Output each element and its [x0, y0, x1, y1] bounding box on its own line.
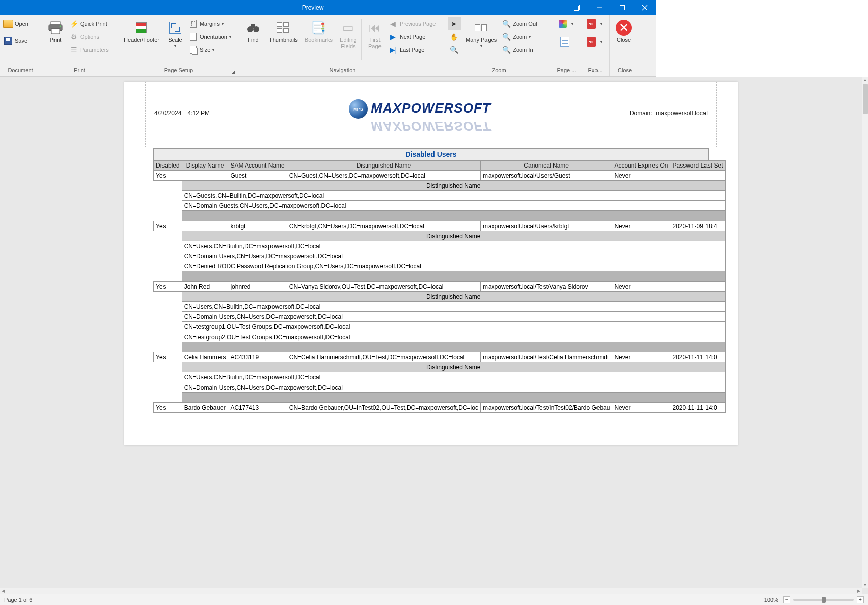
scale-label: Scale [168, 37, 182, 43]
open-button[interactable]: Open [2, 17, 39, 30]
cell-canonical: maxpowersoft.local/Test/InTest02/Bardo G… [480, 403, 612, 413]
pointer-tool-button[interactable]: ➤ [448, 17, 461, 30]
parameters-button: ☰Parameters [68, 43, 113, 57]
table-subheader-row: Distinguished Name [154, 231, 657, 241]
find-label: Find [248, 37, 258, 43]
window-close-icon[interactable] [633, 0, 656, 15]
cell-display-name [182, 221, 228, 231]
col-canonical: Canonical Name [480, 161, 612, 171]
dropdown-arrow-icon: ▾ [222, 22, 224, 26]
hand-tool-button[interactable]: ✋ [448, 30, 461, 43]
zoom-out-button[interactable]: 🔍Zoom Out [500, 17, 541, 30]
print-label: Print [50, 37, 62, 43]
print-options-button: ⚙Options [68, 30, 113, 43]
cell-disabled: Yes [154, 171, 182, 181]
scale-button[interactable]: Scale ▾ [163, 17, 187, 50]
last-page-button[interactable]: ▶|Last Page [387, 43, 440, 57]
col-display-name: Display Name [182, 161, 228, 171]
cell-member-dn: CN=testgroup2,OU=Test Groups,DC=maxpower… [182, 332, 656, 342]
cell-disabled: Yes [154, 403, 182, 413]
many-pages-button[interactable]: Many Pages▾ [462, 17, 500, 50]
printer-icon [47, 20, 64, 36]
window-restore-down-icon[interactable] [565, 0, 588, 15]
page-size-icon [189, 45, 198, 54]
cell-expires: Never [612, 403, 656, 413]
print-button[interactable]: Print [43, 17, 68, 45]
page-setup-launcher-icon[interactable]: ◢ [232, 69, 238, 75]
margins-button[interactable]: Margins▾ [187, 17, 235, 30]
page-container[interactable]: 4/20/20244:12 PM MAXPOWERSOFT MAXPOWERSO… [0, 77, 656, 457]
margins-icon [189, 19, 198, 28]
dropdown-arrow-icon: ▾ [600, 40, 602, 44]
pointer-icon: ➤ [450, 19, 457, 28]
svg-rect-3 [620, 6, 624, 10]
window-maximize-icon[interactable] [611, 0, 633, 15]
table-row: YesJohn RedjohnredCN=Vanya Sidorov,OU=Te… [154, 282, 657, 292]
cell-canonical: maxpowersoft.local/Test/Vanya Sidorov [480, 282, 612, 292]
page-color-button[interactable]: ▾ [557, 17, 577, 30]
zoom-button[interactable]: 🔍Zoom▾ [500, 30, 541, 43]
report-title: Disabled Users [153, 148, 656, 160]
cell-disabled: Yes [154, 352, 182, 362]
watermark-button[interactable] [559, 35, 575, 48]
ribbon-group-page-setup: Header/Footer Scale ▾ Margins▾ Orientati… [118, 15, 239, 76]
close-label: Close [617, 37, 631, 43]
page-header: 4/20/20244:12 PM MAXPOWERSOFT MAXPOWERSO… [154, 109, 656, 142]
table-member-row: CN=Users,CN=Builtin,DC=maxpowersoft,DC=l… [154, 241, 657, 251]
orientation-button[interactable]: Orientation▾ [187, 30, 235, 43]
report-table: DisabledDisplay NameSAM Account NameDist… [153, 160, 656, 413]
margins-label: Margins [200, 21, 220, 27]
find-button[interactable]: Find [241, 17, 265, 45]
thumbnails-button[interactable]: Thumbnails [265, 17, 301, 45]
bookmarks-button: 📑Bookmarks [301, 17, 336, 45]
cell-canonical: maxpowersoft.local/Users/Guest [480, 171, 612, 181]
table-spacer-row [154, 342, 657, 352]
brand-logo: MAXPOWERSOFT MAXPOWERSOFT [210, 99, 630, 135]
close-preview-button[interactable]: ✕ Close [612, 17, 636, 45]
cell-display-name: John Red [182, 282, 228, 292]
zoom-out-icon: 🔍 [502, 19, 511, 28]
group-label-navigation: Navigation [241, 67, 444, 76]
group-label-document: Document [2, 67, 39, 76]
bookmarks-icon: 📑 [310, 20, 327, 36]
quick-print-button[interactable]: ⚡Quick Print [68, 17, 113, 30]
ribbon-group-zoom: ➤ ✋ 🔍 Many Pages▾ 🔍Zoom Out 🔍Zoom▾ 🔍Zoom… [446, 15, 552, 76]
group-label-zoom: Zoom [448, 67, 550, 76]
zoom-in-button[interactable]: 🔍Zoom In [500, 43, 541, 57]
previous-page-button: ◀Previous Page [387, 17, 440, 30]
pdf-email-icon: PDF [587, 37, 596, 46]
save-label: Save [15, 38, 27, 44]
dropdown-arrow-icon: ▾ [600, 22, 602, 26]
zoom-icon: 🔍 [502, 32, 511, 41]
header-footer-button[interactable]: Header/Footer [120, 17, 163, 45]
ribbon-group-close: ✕ Close Close [610, 15, 640, 76]
many-pages-icon [473, 20, 490, 36]
next-page-button[interactable]: ▶Next Page [387, 30, 440, 43]
cell-dn: CN=Bardo Gebauer,OU=InTest02,OU=Test,DC=… [287, 403, 480, 413]
window-minimize-icon[interactable] [588, 0, 611, 15]
zoom-in-icon: 🔍 [502, 45, 511, 54]
cell-sam: johnred [228, 282, 287, 292]
cell-expires: Never [612, 282, 656, 292]
cell-display-name: Bardo Gebauer [182, 403, 228, 413]
cell-canonical: maxpowersoft.local/Users/krbtgt [480, 221, 612, 231]
table-spacer-row [154, 211, 657, 221]
table-spacer-row [154, 271, 657, 282]
export-email-button[interactable]: PDF▾ [585, 35, 606, 48]
editing-fields-icon: ▭ [340, 20, 356, 36]
save-button[interactable]: Save [2, 34, 39, 47]
cell-member-dn: CN=Guests,CN=Builtin,DC=maxpowersoft,DC=… [182, 191, 656, 201]
table-member-row: CN=Domain Users,CN=Users,DC=maxpowersoft… [154, 382, 657, 393]
export-pdf-button[interactable]: PDF▾ [585, 17, 606, 30]
open-folder-icon [4, 19, 13, 28]
page: 4/20/20244:12 PM MAXPOWERSOFT MAXPOWERSO… [124, 82, 656, 445]
hand-icon: ✋ [450, 32, 458, 41]
cell-member-dn: CN=Domain Users,CN=Users,DC=maxpowersoft… [182, 312, 656, 322]
table-row: YesBardo GebauerAC177413CN=Bardo Gebauer… [154, 403, 657, 413]
cell-member-dn: CN=Domain Users,CN=Users,DC=maxpowersoft… [182, 251, 656, 261]
magnifier-tool-button[interactable]: 🔍 [448, 43, 461, 57]
dropdown-arrow-icon: ▾ [529, 35, 531, 39]
cell-member-dn: CN=Domain Users,CN=Users,DC=maxpowersoft… [182, 382, 656, 393]
table-subheader-row: Distinguished Name [154, 292, 657, 302]
size-button[interactable]: Size▾ [187, 43, 235, 57]
